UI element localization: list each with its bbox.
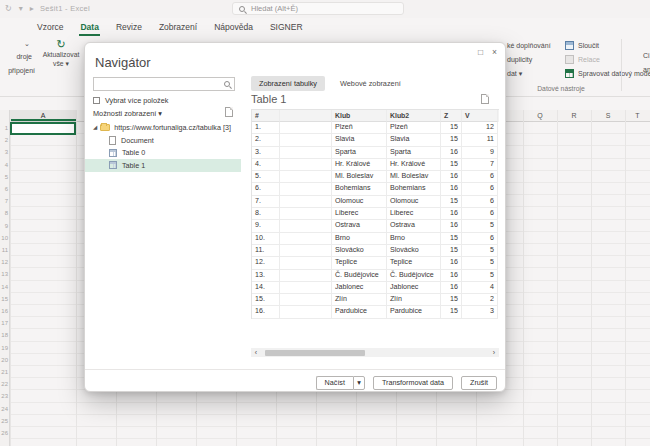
tab-web-view[interactable]: Webové zobrazení: [332, 76, 409, 91]
row-header[interactable]: 21: [1, 369, 8, 375]
navigator-search-input[interactable]: [93, 77, 235, 91]
scroll-right-icon[interactable]: ›: [489, 348, 499, 357]
table-row[interactable]: 9.OstravaOstrava165: [252, 220, 499, 232]
row-header[interactable]: 24: [1, 406, 8, 412]
tree-root-source[interactable]: ◢ https://www.fortunaliga.cz/tabulka [3]: [85, 121, 241, 134]
table-row[interactable]: 2.SlaviaSlavia1511: [252, 134, 499, 146]
row-header[interactable]: 7: [5, 198, 8, 204]
row-header[interactable]: 2: [5, 137, 8, 143]
tab-signer[interactable]: SIGNER: [269, 22, 304, 36]
table-row[interactable]: 12.TepliceTeplice165: [252, 257, 499, 269]
transform-data-button[interactable]: Transformovat data: [373, 376, 453, 390]
table-row[interactable]: 5.Ml. BoleslavMl. Boleslav166: [252, 171, 499, 183]
table-row[interactable]: 16.PardubicePardubice153: [252, 306, 499, 318]
merge-icon: [565, 41, 574, 50]
refresh-preview-icon[interactable]: [225, 107, 233, 117]
cell: Slavia: [332, 134, 387, 146]
row-header[interactable]: 15: [1, 296, 8, 302]
row-header[interactable]: 14: [1, 284, 8, 290]
whatif-fragment-line2[interactable]: an: [643, 66, 650, 73]
table-row[interactable]: 14.JablonecJablonec164: [252, 282, 499, 294]
existing-connections-fragment[interactable]: připojení: [2, 67, 35, 74]
row-header[interactable]: 18: [1, 332, 8, 338]
horizontal-scrollbar[interactable]: ‹ ›: [251, 348, 499, 357]
active-cell-a1[interactable]: [10, 122, 76, 135]
column-header-q[interactable]: Q: [523, 110, 557, 121]
dialog-close-icon[interactable]: ×: [492, 47, 497, 57]
row-header[interactable]: 9: [5, 223, 8, 229]
row-header[interactable]: 22: [1, 381, 8, 387]
row-header[interactable]: 4: [5, 162, 8, 168]
load-dropdown-caret-icon[interactable]: ▾: [353, 376, 365, 390]
select-multiple-row[interactable]: Vybrat více položek: [93, 96, 168, 105]
table-row[interactable]: 4.Hr. KrálovéHr. Králové157: [252, 159, 499, 171]
undo-icon[interactable]: ▸: [30, 3, 34, 14]
flash-fill-fragment[interactable]: ké doplňování: [507, 42, 551, 49]
select-multiple-checkbox[interactable]: [93, 97, 100, 104]
table-row[interactable]: 6.BohemiansBohemians166: [252, 183, 499, 195]
row-header[interactable]: 13: [1, 271, 8, 277]
row-header[interactable]: 5: [5, 174, 8, 180]
tab-revize[interactable]: Revize: [115, 22, 143, 36]
cell: 11: [462, 134, 498, 146]
row-header[interactable]: 12: [1, 259, 8, 265]
table-row[interactable]: 15.ZlínZlín152: [252, 294, 499, 306]
row-header[interactable]: 25: [1, 418, 8, 424]
expand-triangle-icon[interactable]: ◢: [93, 124, 97, 130]
tab-vzorce[interactable]: Vzorce: [36, 22, 64, 36]
cell: Brno: [387, 233, 441, 245]
save-icon[interactable]: ▾: [19, 3, 23, 14]
table-row[interactable]: 8.LiberecLiberec166: [252, 208, 499, 220]
table-row[interactable]: 10.BrnoBrno156: [252, 233, 499, 245]
cell: 16.: [252, 306, 280, 318]
table-row[interactable]: 7.OlomoucOlomouc156: [252, 196, 499, 208]
column-header-s[interactable]: S: [591, 110, 625, 121]
row-header[interactable]: 3: [5, 149, 8, 155]
row-header[interactable]: 11: [2, 247, 8, 253]
row-header[interactable]: 23: [1, 393, 8, 399]
cancel-button[interactable]: Zrušit: [461, 376, 497, 390]
column-header-t[interactable]: T: [625, 110, 650, 121]
row-header[interactable]: 17: [1, 320, 8, 326]
autosave-icon[interactable]: ↻: [5, 3, 12, 14]
tab-napoveda[interactable]: Nápověda: [213, 22, 254, 36]
dialog-maximize-icon[interactable]: □: [478, 47, 483, 57]
refresh-all-button[interactable]: ↻ Aktualizovat vše ▾: [40, 38, 82, 68]
display-options-dropdown[interactable]: Možnosti zobrazení ▾: [93, 109, 162, 118]
row-header[interactable]: 19: [1, 345, 8, 351]
cell: 10.: [252, 233, 280, 245]
tab-data[interactable]: Data: [79, 22, 99, 36]
recent-sources-fragment[interactable]: droje: [2, 53, 32, 60]
column-header-a[interactable]: A: [10, 110, 76, 121]
table-row[interactable]: 11.SlováckoSlovácko155: [252, 245, 499, 257]
row-header[interactable]: 6: [5, 186, 8, 192]
table-row[interactable]: 13.Č. BudějoviceČ. Budějovice165: [252, 270, 499, 282]
copy-preview-icon[interactable]: [481, 94, 489, 104]
column-header-r[interactable]: R: [557, 110, 591, 121]
manage-data-model-button[interactable]: Spravovat datový model: [578, 70, 650, 77]
cell: Liberec: [332, 208, 387, 220]
tree-item-table1-selected[interactable]: Table 1: [85, 159, 241, 172]
merge-button[interactable]: Sloučit: [578, 42, 599, 49]
row-header[interactable]: 20: [1, 357, 8, 363]
tree-item-document[interactable]: Document: [85, 134, 241, 147]
tree-item-table0[interactable]: Table 0: [85, 147, 241, 160]
data-validation-fragment[interactable]: dat ▾: [507, 70, 522, 78]
row-header-column[interactable]: 1234567891011121314151617181920212223242…: [0, 110, 10, 446]
search-box[interactable]: Hledat (Alt+Ě): [232, 2, 404, 15]
row-header[interactable]: 8: [5, 210, 8, 216]
row-header[interactable]: 26: [1, 430, 8, 436]
load-button[interactable]: Načíst: [316, 376, 353, 390]
scroll-left-icon[interactable]: ‹: [251, 348, 261, 357]
tab-zobrazeni[interactable]: Zobrazení: [158, 22, 198, 36]
table-row[interactable]: 1.PlzeňPlzeň1512: [252, 122, 499, 134]
scrollbar-thumb[interactable]: [265, 350, 365, 356]
table-row[interactable]: 3.SpartaSparta169: [252, 147, 499, 159]
row-header[interactable]: 16: [1, 308, 8, 314]
remove-duplicates-fragment[interactable]: duplicity: [507, 56, 532, 63]
tab-table-view[interactable]: Zobrazení tabulky: [251, 76, 325, 91]
row-header[interactable]: 10: [1, 235, 8, 241]
whatif-fragment-line1[interactable]: Ci: [643, 52, 650, 59]
row-header[interactable]: 1: [5, 125, 8, 131]
cell: 12: [462, 122, 498, 134]
